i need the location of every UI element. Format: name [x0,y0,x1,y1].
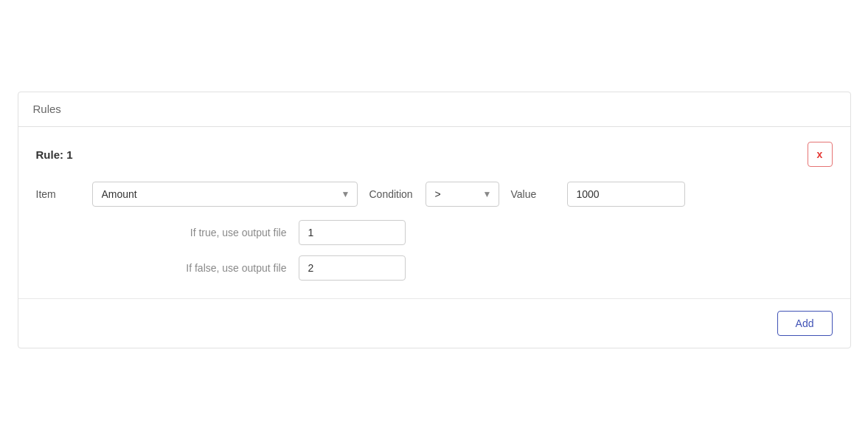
condition-select-wrapper: > < = >= <= != ▼ [426,182,499,207]
rule-label: Rule: 1 [36,148,73,161]
rules-panel: Rules Rule: 1 x Item Amount Quantity Pri… [18,92,851,348]
add-button[interactable]: Add [777,311,833,336]
condition-label: Condition [369,188,414,200]
condition-select[interactable]: > < = >= <= != [426,182,499,207]
rule-block: Rule: 1 x Item Amount Quantity Price Dis… [18,127,850,299]
item-select[interactable]: Amount Quantity Price Discount [92,182,358,207]
item-label: Item [36,188,80,200]
if-true-input[interactable] [299,220,406,245]
value-label: Value [511,188,555,200]
if-false-input[interactable] [299,255,406,281]
remove-rule-button[interactable]: x [808,142,833,167]
rules-title: Rules [33,103,61,115]
output-rows: If true, use output file If false, use o… [139,220,833,281]
if-false-row: If false, use output file [139,255,833,281]
add-row: Add [18,299,850,348]
if-true-row: If true, use output file [139,220,833,245]
item-select-wrapper: Amount Quantity Price Discount ▼ [92,182,358,207]
rules-header: Rules [18,92,850,127]
if-false-label: If false, use output file [139,262,287,274]
value-input[interactable] [567,182,685,207]
rule-condition-row: Item Amount Quantity Price Discount ▼ Co… [36,182,833,207]
rule-header: Rule: 1 x [36,142,833,167]
page-container: Rules Rule: 1 x Item Amount Quantity Pri… [0,0,868,440]
if-true-label: If true, use output file [139,227,287,238]
